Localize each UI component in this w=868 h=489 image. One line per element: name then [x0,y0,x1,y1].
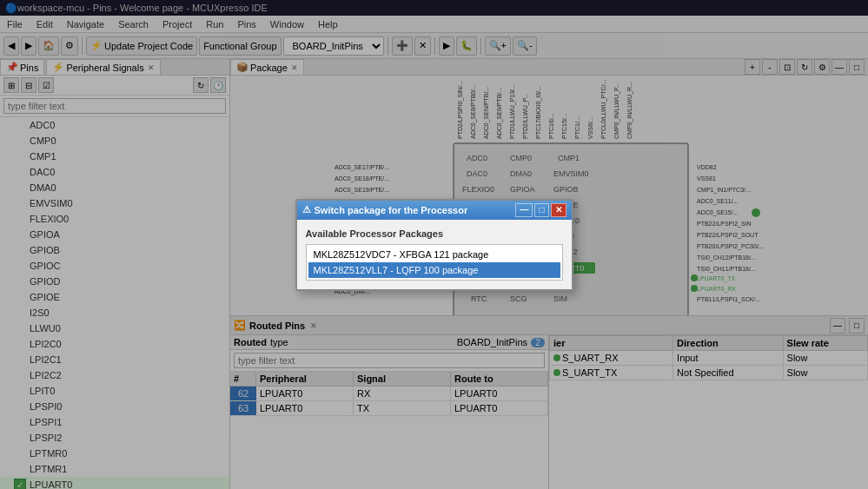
modal-body: Available Processor Packages MKL28Z512VD… [297,220,572,289]
modal-close-button[interactable]: ✕ [551,203,567,217]
modal-controls: — □ ✕ [515,203,566,217]
package-list: MKL28Z512VDC7 - XFBGA 121 package MKL28Z… [306,244,563,281]
switch-package-modal: ⚠ Switch package for the Processor — □ ✕… [295,199,573,291]
modal-minimize-button[interactable]: — [515,203,533,217]
modal-warning-icon: ⚠ [302,204,311,215]
modal-titlebar: ⚠ Switch package for the Processor — □ ✕ [297,201,572,220]
modal-maximize-button[interactable]: □ [534,203,548,217]
modal-section-title: Available Processor Packages [306,228,563,239]
modal-title-text: Switch package for the Processor [315,205,468,215]
package-item-0[interactable]: MKL28Z512VDC7 - XFBGA 121 package [308,247,560,262]
modal-title-section: ⚠ Switch package for the Processor [302,204,468,215]
package-item-1[interactable]: MKL28Z512VLL7 - LQFP 100 package [308,262,560,278]
modal-overlay[interactable]: ⚠ Switch package for the Processor — □ ✕… [0,0,868,489]
